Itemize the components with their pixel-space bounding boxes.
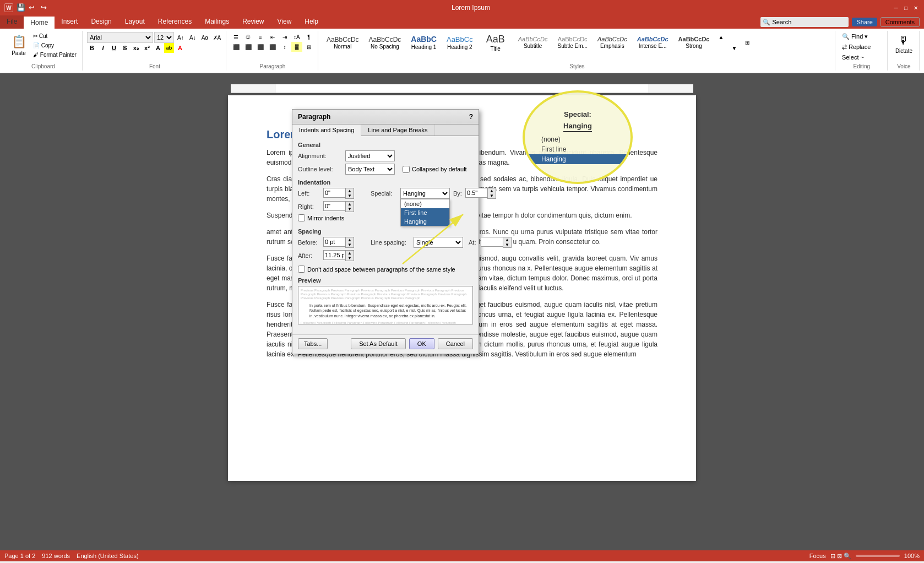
option-hanging[interactable]: Hanging (401, 217, 449, 226)
shading-btn[interactable]: ▓ (291, 42, 302, 52)
collapsed-checkbox[interactable] (403, 166, 410, 173)
style-normal[interactable]: AaBbCcDc Normal (323, 34, 363, 51)
before-up-btn[interactable]: ▲ (346, 237, 354, 242)
style-heading1[interactable]: AaBbC Heading 1 (407, 33, 441, 52)
italic-btn[interactable]: I (98, 43, 108, 53)
before-input[interactable] (323, 237, 345, 247)
select-button[interactable]: Select ~ (840, 53, 884, 62)
by-input[interactable] (465, 188, 487, 198)
tab-home[interactable]: Home (24, 15, 55, 29)
cancel-button[interactable]: Cancel (438, 338, 473, 349)
tab-review[interactable]: Review (236, 15, 270, 29)
undo-icon[interactable]: ↩ (29, 3, 37, 12)
subscript-btn[interactable]: x₂ (131, 43, 141, 53)
by-down-btn[interactable]: ▼ (488, 193, 496, 198)
style-no-spacing[interactable]: AaBbCcDc No Spacing (365, 34, 405, 51)
tabs-button[interactable]: Tabs... (298, 338, 328, 349)
ok-button[interactable]: OK (409, 338, 434, 349)
styles-scroll-down[interactable]: ▼ (729, 44, 740, 53)
sort-btn[interactable]: ↕A (291, 32, 302, 42)
alignment-select[interactable]: Justified Left Center Right (345, 150, 395, 161)
paragraph-dialog[interactable]: Paragraph ? Indents and Spacing Line and… (292, 109, 479, 354)
line-spacing-select[interactable]: Single 1.5 lines Double (414, 237, 463, 248)
numbering-btn[interactable]: ① (243, 32, 254, 42)
at-down-btn[interactable]: ▼ (503, 242, 511, 247)
style-intense-e[interactable]: AaBbCcDc Intense E... (633, 34, 672, 51)
tab-design[interactable]: Design (84, 15, 118, 29)
outline-select[interactable]: Body Text (345, 164, 395, 175)
before-down-btn[interactable]: ▼ (346, 242, 354, 247)
tab-help[interactable]: Help (298, 15, 325, 29)
replace-button[interactable]: ⇄ Replace (840, 42, 884, 52)
dialog-tab-breaks[interactable]: Line and Page Breaks (361, 124, 434, 136)
change-case-btn[interactable]: Aα (199, 33, 210, 42)
after-up-btn[interactable]: ▲ (346, 251, 354, 256)
style-heading2[interactable]: AaBbCc Heading 2 (443, 34, 477, 52)
left-down-btn[interactable]: ▼ (346, 193, 354, 198)
dont-add-checkbox[interactable] (298, 266, 305, 273)
special-dropdown[interactable]: (none) First line Hanging (400, 199, 450, 226)
font-size-select[interactable]: 12 (154, 32, 174, 43)
tab-file[interactable]: File (0, 15, 24, 29)
style-emphasis[interactable]: AaBbCcDc Emphasis (594, 34, 631, 51)
after-input[interactable] (323, 250, 345, 260)
tab-mailings[interactable]: Mailings (198, 15, 236, 29)
styles-expand[interactable]: ⊞ (742, 37, 753, 47)
find-button[interactable]: 🔍 Find ▾ (840, 32, 884, 41)
zoom-slider[interactable] (856, 555, 900, 557)
clear-format-btn[interactable]: ✗A (211, 33, 222, 42)
font-shrink-btn[interactable]: A↓ (187, 33, 198, 42)
bullets-btn[interactable]: ☰ (231, 32, 242, 42)
left-up-btn[interactable]: ▲ (346, 188, 354, 193)
font-grow-btn[interactable]: A↑ (175, 33, 186, 42)
search-box[interactable]: 🔍 Search (760, 17, 849, 27)
mirror-checkbox[interactable] (298, 214, 305, 221)
align-center-btn[interactable]: ⬛ (243, 42, 254, 52)
multilevel-btn[interactable]: ≡ (255, 32, 266, 42)
dictate-button[interactable]: 🎙 Dictate (892, 32, 916, 58)
right-input[interactable] (323, 201, 345, 211)
by-up-btn[interactable]: ▲ (488, 188, 496, 193)
at-input[interactable] (481, 237, 503, 247)
align-left-btn[interactable]: ⬛ (231, 42, 242, 52)
format-painter-button[interactable]: 🖌 Format Painter (31, 51, 79, 59)
text-highlight-btn[interactable]: ab (164, 43, 174, 53)
style-title[interactable]: AaB Title (479, 32, 512, 53)
at-up-btn[interactable]: ▲ (503, 237, 511, 242)
font-color-btn[interactable]: A (175, 43, 185, 53)
comments-button[interactable]: Comments (880, 17, 920, 27)
right-up-btn[interactable]: ▲ (346, 202, 354, 207)
tab-layout[interactable]: Layout (118, 15, 151, 29)
option-firstline[interactable]: First line (401, 208, 449, 217)
copy-button[interactable]: 📄 Copy (31, 41, 79, 50)
dialog-help-btn[interactable]: ? (469, 113, 473, 121)
increase-indent-btn[interactable]: ⇥ (279, 32, 290, 42)
tab-insert[interactable]: Insert (55, 15, 84, 29)
strikethrough-btn[interactable]: S (120, 43, 130, 53)
redo-icon[interactable]: ↪ (41, 3, 50, 12)
tab-view[interactable]: View (271, 15, 298, 29)
left-input[interactable] (323, 188, 345, 198)
style-subtitle[interactable]: AaBbCcDc Subtitle (514, 34, 552, 51)
dialog-tab-indents[interactable]: Indents and Spacing (292, 124, 361, 136)
maximize-btn[interactable]: □ (902, 4, 910, 12)
style-subtle-em[interactable]: AaBbCcDc Subtle Em... (553, 34, 591, 51)
share-button[interactable]: Share (852, 18, 877, 26)
focus-label[interactable]: Focus (809, 553, 826, 559)
line-spacing-btn[interactable]: ↕ (279, 42, 290, 52)
text-effects-btn[interactable]: A (153, 43, 163, 53)
bold-btn[interactable]: B (87, 43, 97, 53)
special-select[interactable]: Hanging (none) First line (400, 188, 450, 199)
align-right-btn[interactable]: ⬛ (255, 42, 266, 52)
right-down-btn[interactable]: ▼ (346, 207, 354, 212)
font-family-select[interactable]: Arial (87, 32, 153, 43)
decrease-indent-btn[interactable]: ⇤ (267, 32, 278, 42)
justify-btn[interactable]: ⬛ (267, 42, 278, 52)
save-icon[interactable]: 💾 (17, 3, 25, 12)
cut-button[interactable]: ✂ Cut (31, 32, 79, 40)
paste-button[interactable]: 📋 Paste (8, 33, 30, 59)
tab-references[interactable]: References (151, 15, 198, 29)
option-none[interactable]: (none) (401, 199, 449, 208)
after-down-btn[interactable]: ▼ (346, 256, 354, 261)
minimize-btn[interactable]: ─ (892, 4, 900, 12)
